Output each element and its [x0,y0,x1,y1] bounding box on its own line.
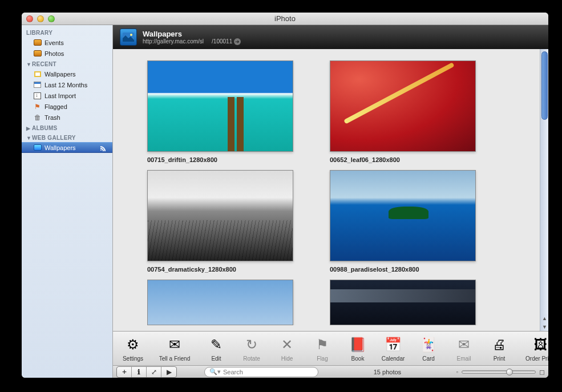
search-icon: 🔍▾ [209,368,221,375]
pencil-icon: ✎ [207,336,225,354]
disclosure-icon: ▶ [26,126,31,131]
gallery-icon [33,144,42,151]
print-icon: 🖨 [490,336,508,354]
zoom-large-icon[interactable]: ◻ [539,368,545,376]
rss-icon [100,145,108,151]
photo-item[interactable]: 00652_leaf06_1280x800 [330,60,478,163]
scroll-thumb[interactable] [541,51,548,120]
photo-label: 00652_leaf06_1280x800 [330,156,478,163]
titlebar[interactable]: iPhoto [22,13,548,25]
sidebar-section-recent[interactable]: ▼ RECENT [22,59,112,68]
sidebar-section-albums[interactable]: ▶ ALBUMS [22,123,112,132]
print-button[interactable]: 🖨Print [485,336,514,362]
calendar-icon: 📅 [384,336,402,354]
search-field[interactable]: 🔍▾ [204,367,318,377]
sidebar-item-web-wallpapers[interactable]: Wallpapers [22,142,112,153]
close-button[interactable] [26,15,33,22]
rotate-icon: ↻ [242,336,261,354]
tool-label: Card [422,355,435,362]
traffic-lights [26,15,55,22]
scrollbar[interactable]: ▲ ▼ [540,49,548,331]
photo-thumbnail[interactable] [147,170,293,261]
sidebar-item-events[interactable]: Events [22,37,112,48]
tell-a-friend-button[interactable]: ✉Tell a Friend [154,336,195,362]
tool-label: Order Prints [525,355,548,362]
sidebar-item-trash[interactable]: 🗑 Trash [22,112,112,123]
go-arrow-icon[interactable]: ➜ [234,38,241,45]
photo-item[interactable]: 00754_dramaticsky_1280x800 [147,170,296,273]
sidebar-item-last-import[interactable]: Last Import [22,90,112,101]
toolbar: ⚙Settings✉Tell a Friend✎Edit↻Rotate✕Hide… [113,331,548,365]
sidebar-section-web-gallery[interactable]: ▼ WEB GALLERY [22,132,112,142]
mail-icon: ✉ [165,336,184,354]
calendar-button[interactable]: 📅Calendar [379,336,407,362]
import-icon [33,92,42,99]
content-header: Wallpapers http://gallery.mac.com/sl /10… [113,25,548,49]
photo-item[interactable]: 00988_paradiselost_1280x800 [330,170,478,273]
photo-thumbnail[interactable] [330,170,476,261]
book-icon: 📕 [349,336,367,354]
bottom-left-controls: ＋ ℹ ⤢ ▶ [116,366,177,378]
photo-item[interactable] [147,280,296,325]
zoom-slider[interactable] [462,370,536,374]
tool-label: Flag [317,355,328,362]
tool-label: Print [494,355,506,362]
sidebar-section-library[interactable]: LIBRARY [22,27,112,37]
main-area: Wallpapers http://gallery.mac.com/sl /10… [113,25,548,378]
gear-icon: ⚙ [124,336,142,354]
fullscreen-button[interactable]: ⤢ [147,367,161,377]
sidebar-item-photos[interactable]: Photos [22,48,112,59]
flag-icon: ⚑ [33,103,42,110]
add-button[interactable]: ＋ [117,367,132,377]
photo-thumbnail[interactable] [147,60,293,152]
photo-thumbnail[interactable] [330,280,476,325]
zoom-controls: ▫ ◻ [456,368,545,376]
scroll-down-icon[interactable]: ▼ [540,322,548,331]
zoom-button[interactable] [48,15,55,22]
statusbar: ＋ ℹ ⤢ ▶ 🔍▾ 15 photos ▫ ◻ [113,365,548,378]
book-button[interactable]: 📕Book [343,336,372,362]
events-icon [33,39,42,46]
svg-point-1 [130,34,132,36]
gallery-title: Wallpapers [143,30,241,38]
photo-grid: 00715_driftin_1280x800 00652_leaf06_1280… [113,49,540,331]
disclosure-icon: ▼ [26,135,31,141]
sidebar: LIBRARY Events Photos ▼ RECENT Wallpaper… [22,25,113,378]
minimize-button[interactable] [37,15,44,22]
scroll-up-icon[interactable]: ▲ [540,314,548,322]
photo-item[interactable] [330,280,478,325]
email-button[interactable]: ✉Email [450,336,478,362]
slider-knob[interactable] [506,369,513,375]
tool-label: Rotate [243,355,260,362]
tool-label: Tell a Friend [159,355,190,362]
flag-button[interactable]: ⚑Flag [308,336,337,362]
settings-button[interactable]: ⚙Settings [119,336,147,362]
info-button[interactable]: ℹ [132,367,147,377]
content-area: 00715_driftin_1280x800 00652_leaf06_1280… [113,49,548,331]
trash-icon: 🗑 [33,114,42,121]
photo-label: 00754_dramaticsky_1280x800 [147,266,296,273]
order-prints-button[interactable]: 🖼Order Prints [520,336,548,362]
edit-button[interactable]: ✎Edit [202,336,231,362]
photo-thumbnail[interactable] [330,60,476,152]
app-window: iPhoto LIBRARY Events Photos ▼ RECENT Wa… [22,13,548,378]
sidebar-item-last-12-months[interactable]: Last 12 Months [22,79,112,90]
play-button[interactable]: ▶ [161,367,176,377]
rotate-button[interactable]: ↻Rotate [237,336,266,362]
photos-icon [33,50,42,57]
gallery-url[interactable]: http://gallery.mac.com/sl [143,38,204,45]
search-input[interactable] [223,369,313,375]
tool-label: Book [351,355,365,362]
gallery-header-icon [120,29,137,46]
sidebar-item-flagged[interactable]: ⚑ Flagged [22,101,112,112]
photo-thumbnail[interactable] [147,280,293,325]
zoom-small-icon[interactable]: ▫ [456,369,458,375]
photo-item[interactable]: 00715_driftin_1280x800 [147,60,296,163]
card-button[interactable]: 🃏Card [414,336,443,362]
order-icon: 🖼 [532,336,548,354]
sidebar-item-wallpapers-recent[interactable]: Wallpapers [22,68,112,79]
flag-icon: ⚑ [313,336,331,354]
hide-button[interactable]: ✕Hide [273,336,301,362]
card-icon: 🃏 [419,336,438,354]
tool-label: Calendar [382,355,405,362]
